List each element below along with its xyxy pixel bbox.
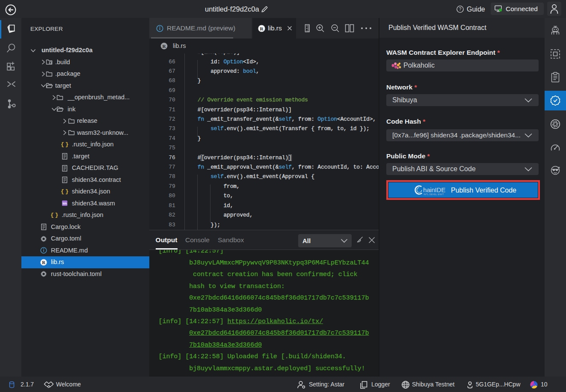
svg-text:?: ?: [459, 6, 462, 12]
